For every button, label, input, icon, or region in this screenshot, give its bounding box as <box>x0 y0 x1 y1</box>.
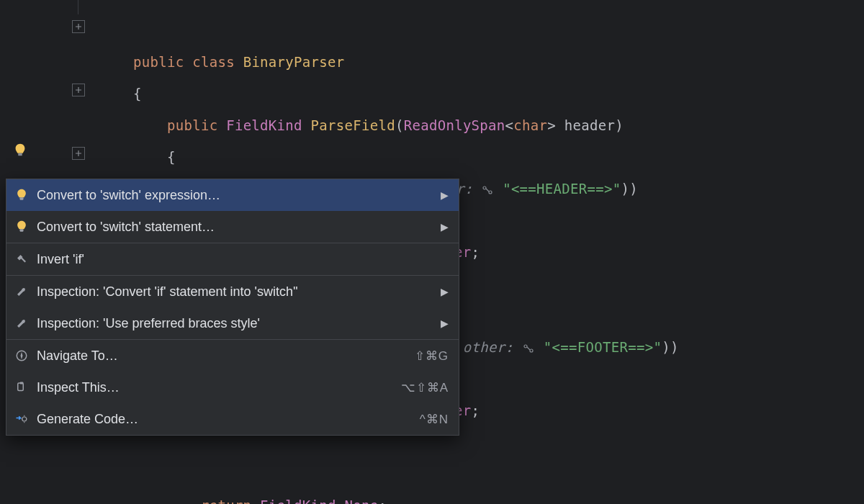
svg-point-1 <box>483 186 486 189</box>
tok-type: ReadOnlySpan <box>404 117 505 133</box>
tok-class-name: BinaryParser <box>243 54 345 70</box>
menu-item-inspect-this[interactable]: Inspect This… ⌥⇧⌘A <box>6 372 459 403</box>
bulb-yellow-icon <box>14 219 30 235</box>
menu-item-invert-if[interactable]: Invert 'if' <box>6 243 459 275</box>
menu-label: Generate Code… <box>37 412 420 427</box>
compass-icon <box>14 348 30 364</box>
lightbulb-icon[interactable] <box>12 143 28 158</box>
bulb-yellow-icon <box>14 187 30 203</box>
tok-method-name: ParseField <box>311 117 395 133</box>
tok-brace: { <box>167 149 176 165</box>
svg-rect-8 <box>18 383 24 391</box>
gutter <box>0 0 94 14</box>
menu-item-inspection-braces[interactable]: Inspection: 'Use preferred braces style'… <box>6 307 459 339</box>
param-link-icon <box>522 343 535 354</box>
hammer-icon <box>14 251 30 267</box>
menu-item-navigate-to[interactable]: Navigate To… ⇧⌘G <box>6 340 459 372</box>
menu-item-convert-switch-expression[interactable]: Convert to 'switch' expression… ▶ <box>6 179 459 211</box>
menu-label: Invert 'if' <box>37 252 449 267</box>
svg-rect-9 <box>20 382 24 384</box>
menu-shortcut: ⌥⇧⌘A <box>401 380 449 395</box>
tok-string: "<==FOOTER==>" <box>544 339 662 355</box>
wrench-icon <box>14 284 30 300</box>
param-link-icon <box>481 185 494 195</box>
menu-shortcut: ⇧⌘G <box>415 348 449 364</box>
inlay-hint: other: <box>463 339 513 355</box>
submenu-arrow-icon: ▶ <box>441 318 449 329</box>
tok-keyword: public <box>167 117 217 133</box>
submenu-arrow-icon: ▶ <box>441 189 449 201</box>
quick-fix-menu: Convert to 'switch' expression… ▶ Conver… <box>6 179 459 436</box>
tok-keyword: class <box>192 54 235 70</box>
tok-brace: { <box>133 86 142 102</box>
tok-punct: < <box>505 117 514 133</box>
menu-label: Navigate To… <box>37 348 415 364</box>
svg-point-3 <box>524 345 527 348</box>
menu-label: Inspection: 'Use preferred braces style' <box>37 316 435 331</box>
menu-label: Convert to 'switch' statement… <box>37 220 435 235</box>
arrow-gear-icon <box>14 411 30 427</box>
tok-punct: . <box>336 498 345 504</box>
tok-punct: ; <box>378 498 387 504</box>
tok-punct: ( <box>395 117 404 133</box>
tok-punct: ; <box>472 402 480 418</box>
fold-handle-icon[interactable] <box>72 147 85 160</box>
svg-rect-6 <box>20 229 24 231</box>
tok-punct: > <box>547 117 556 133</box>
tok-punct: ) <box>615 117 624 133</box>
submenu-arrow-icon: ▶ <box>441 221 449 233</box>
tok-type: FieldKind <box>260 498 336 504</box>
tok-keyword: return <box>201 498 251 504</box>
fold-handle-icon[interactable] <box>72 20 85 33</box>
wrench-icon <box>14 315 30 331</box>
code-editor[interactable]: public class BinaryParser { public Field… <box>0 0 864 14</box>
tok-string: "<==HEADER==>" <box>503 181 621 197</box>
tok-keyword: public <box>133 54 184 70</box>
tok-punct: ; <box>472 244 480 260</box>
tok-type: FieldKind <box>226 117 302 133</box>
menu-label: Inspect This… <box>37 380 401 395</box>
tok-punct: )) <box>621 181 638 197</box>
svg-point-4 <box>530 349 533 352</box>
tok-punct: )) <box>662 339 678 355</box>
submenu-arrow-icon: ▶ <box>441 286 449 297</box>
menu-item-generate-code[interactable]: Generate Code… ^⌘N <box>6 403 459 435</box>
menu-shortcut: ^⌘N <box>420 412 449 427</box>
tok-keyword: char <box>513 117 547 133</box>
menu-label: Convert to 'switch' expression… <box>37 188 435 203</box>
tok-member: None <box>345 498 379 504</box>
menu-item-inspection-convert-if[interactable]: Inspection: 'Convert 'if' statement into… <box>6 276 459 307</box>
tok-param: header <box>564 117 615 133</box>
menu-item-convert-switch-statement[interactable]: Convert to 'switch' statement… ▶ <box>6 211 459 243</box>
svg-rect-0 <box>18 153 22 156</box>
svg-rect-5 <box>20 197 24 199</box>
inspect-icon <box>14 379 30 395</box>
svg-point-10 <box>22 417 27 421</box>
menu-label: Inspection: 'Convert 'if' statement into… <box>37 284 435 300</box>
fold-handle-icon[interactable] <box>72 84 85 96</box>
svg-point-2 <box>489 191 492 194</box>
